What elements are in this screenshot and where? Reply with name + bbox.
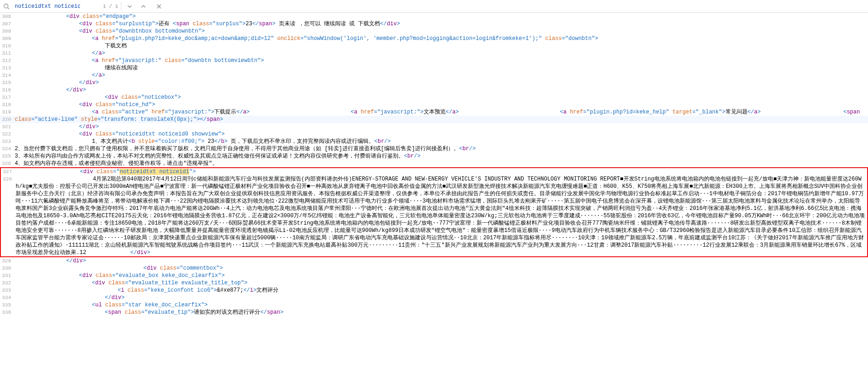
svg-point-0 [4,4,8,8]
code-line: 2、当您付费下载文档后，您只拥有了使用权限，并不意味着购买了版权，文档只能用于自… [15,145,868,152]
code-line: <div class="downbtnbox bottomdownbtn"> [15,28,868,35]
code-line: 1、本文档共计<b style="color:#f00;"> 23</b> 页，… [15,138,868,145]
code-line: <div class="evaluate_title evaluate_titl… [15,279,868,287]
code-line: <div class="endpage"> [15,13,868,20]
search-icon [3,3,10,10]
search-prev-button[interactable] [138,2,149,11]
code-line: </a> [15,50,868,57]
code-line: </div> [15,257,868,265]
line-number: 322 [0,130,15,138]
line-number: 327 [1,168,16,175]
search-result-highlight-region: 327<div class="noticeidtxt noticeid1"> 3… [0,167,868,257]
line-number: 329 [0,257,15,265]
search-count: 1 / 1 [100,2,121,11]
line-number: 308 [0,28,15,35]
code-line: 继续在线阅读 [15,64,868,72]
search-close-button[interactable] [153,2,165,11]
code-line: 4、如文档内容存在违规，或者侵犯商业秘密、侵犯著作权等，请点击"违规举报"。 [15,160,868,167]
code-line: <a href="javascript:" class="downbtn bot… [15,57,868,64]
line-number: 323 [0,138,15,145]
line-number: 318 [0,101,15,108]
line-number: 314 [0,72,15,79]
line-number: 335 [0,301,15,309]
search-bar: 1 / 1 [0,0,868,13]
line-number: 334 [0,294,15,301]
code-line: <div class="notice_hd"> [15,101,868,108]
search-input[interactable] [13,2,82,11]
line-number: 306 [0,13,15,20]
line-number: 333 [0,287,15,294]
line-number: 312 [0,57,15,64]
code-line: 3、本站所有内容均由合作方或网友上传，本站不对文档的完整性、权威性及其观点立场正… [15,152,868,160]
code-line: </div> [15,86,868,94]
code-line: class="active-line" style="transform: tr… [15,116,868,123]
code-line: <div class="commentbox"> [15,265,868,272]
code-line: <div class="noticebox"> [15,94,868,101]
search-next-button[interactable] [124,2,135,11]
code-line: <div class="noticeidtxt noticeid0 showvi… [15,130,868,138]
line-number: 324 [0,145,15,152]
line-number: 336 [0,309,15,316]
code-line: <i class="keke_iconfont ico6">&#xe877;</… [15,287,868,294]
line-number: 317 [0,94,15,101]
line-number: 325 [0,152,15,160]
code-line: <div class="noticeidtxt noticeid1"> [16,168,867,175]
line-number: 307 [0,20,15,28]
code-line: <span class="evaluate_tip">请如实的对该文档进行评分<… [15,309,868,316]
code-line: <a href="plugin.php?id=keke_doc&amp;ac=d… [15,35,868,42]
code-line: <div class="evaluate_box keke_doc_clearf… [15,272,868,279]
line-number: 326 [0,160,15,167]
code-line: </div> [15,79,868,86]
code-line: </a> [15,72,868,79]
line-number: 321 [0,123,15,130]
code-line: 4月第2期总第040期2017年4月12日周刊c储能和新能源汽车行业与科技发展监… [16,175,867,256]
code-line: <div class="surplustip">还有 <span class="… [15,20,868,28]
line-number: 332 [0,279,15,287]
code-line: <a class="active" href="javascript:">下载提… [15,108,868,116]
code-line: 下载文档 [15,42,868,50]
line-number: 330 [0,265,15,272]
line-number: 311 [0,50,15,57]
chevron-down-icon [127,4,132,9]
line-number: 328 [1,175,16,183]
line-number: 319 [0,108,15,116]
line-number: 313 [0,64,15,72]
close-icon [156,4,162,9]
line-number: 309 [0,35,15,42]
code-viewer[interactable]: 306<div class="endpage"> 307<div class="… [0,13,868,316]
chevron-up-icon [141,4,146,9]
svg-line-1 [8,7,10,9]
line-number: 310 [0,42,15,50]
search-match-highlight: noticeidtxt noticeid1 [119,169,189,175]
line-number: 315 [0,79,15,86]
line-number: 320 [0,116,15,123]
code-line: <ul class="star keke_doc_clearfix"> [15,301,868,309]
line-number: 316 [0,86,15,94]
code-line: </div> [15,123,868,130]
code-line: </div> [15,294,868,301]
line-number: 331 [0,272,15,279]
